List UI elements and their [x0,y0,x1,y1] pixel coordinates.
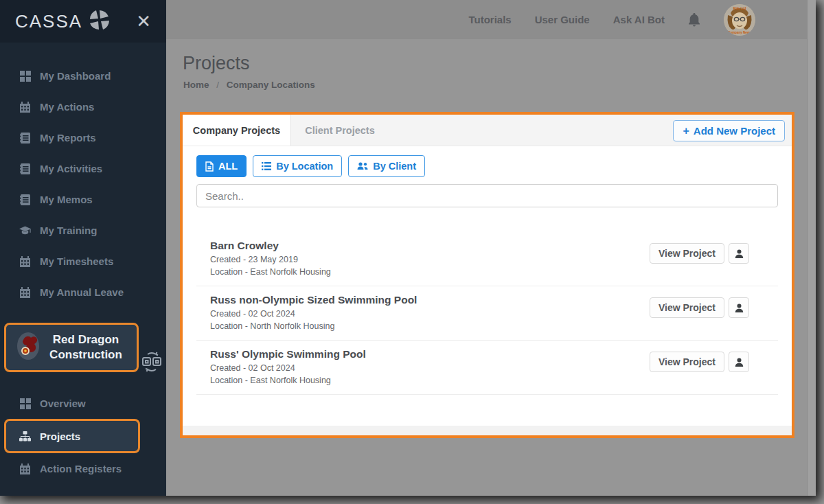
plus-icon: + [683,125,689,137]
sidebar-item-label: My Timesheets [40,255,113,267]
project-user-button[interactable] [729,297,749,318]
users-icon [357,162,368,170]
calendar-icon [19,287,31,298]
person-icon [735,303,744,312]
top-navbar: Tutorials User Guide Ask AI Bot Kiln Ltd [166,0,816,39]
project-created: Created - 02 Oct 2024 [210,363,650,373]
project-info: Russ' Olympic Swimming Pool Created - 02… [210,348,650,385]
switch-company-icon[interactable] [140,350,163,376]
sidebar-item-label: My Reports [40,132,96,144]
sidebar-item-label: Projects [40,431,80,442]
view-project-button[interactable]: View Project [650,297,724,318]
project-name: Russ' Olympic Swimming Pool [210,348,650,360]
project-row: Barn Crowley Created - 23 May 2019 Locat… [196,232,778,286]
breadcrumb: Home / Company Locations [183,80,315,90]
app-window: CASSA ✕ My Dashboard [0,0,816,496]
project-actions: View Project [650,243,749,264]
sidebar-menu: My Dashboard My Actions My Reports My Ac… [0,43,166,308]
projects-card: ALL By Location By Client B [183,146,792,426]
project-actions: View Project [650,297,749,318]
project-name: Russ non-Olympic Sized Swimming Pool [210,294,650,306]
project-name: Barn Crowley [210,240,650,252]
sidebar-item-my-annual-leave[interactable]: My Annual Leave [0,277,166,308]
nav-tutorials[interactable]: Tutorials [468,14,511,25]
graduation-cap-icon [19,226,31,236]
sidebar: CASSA ✕ My Dashboard [0,0,166,496]
add-new-project-button[interactable]: + Add New Project [673,120,785,141]
projects-panel-highlighted: Company Projects Client Projects + Add N… [180,112,794,438]
notifications-bell-icon[interactable] [688,13,700,27]
sidebar-item-my-timesheets[interactable]: My Timesheets [0,246,166,277]
sidebar-item-my-reports[interactable]: My Reports [0,122,166,153]
project-location: Location - East Norfolk Housing [210,376,650,385]
sidebar-logo-bar: CASSA ✕ [0,0,166,43]
page-scrollbar[interactable] [807,0,816,496]
project-list: Barn Crowley Created - 23 May 2019 Locat… [196,232,778,395]
view-project-button[interactable]: View Project [650,243,724,264]
sidebar-item-my-memos[interactable]: My Memos [0,184,166,215]
breadcrumb-home[interactable]: Home [183,80,209,90]
filter-all-button[interactable]: ALL [196,155,247,177]
journal-icon [19,133,31,144]
company-logo [14,329,42,366]
projects-tabbar: Company Projects Client Projects + Add N… [183,115,792,146]
dashboard-grid-icon [19,398,31,409]
sidebar-item-label: My Annual Leave [40,286,124,298]
tab-client-projects[interactable]: Client Projects [291,115,389,146]
sidebar-item-label: My Dashboard [40,70,111,82]
sidebar-item-my-actions[interactable]: My Actions [0,91,166,122]
sidebar-item-action-registers[interactable]: Action Registers [0,453,166,484]
sidebar-item-overview[interactable]: Overview [0,388,166,419]
filter-by-location-button[interactable]: By Location [253,155,342,177]
project-created: Created - 02 Oct 2024 [210,309,650,319]
company-menu: Overview Projects Action Registers [0,388,166,496]
sidebar-item-label: Action Registers [40,463,122,474]
list-icon [262,162,271,170]
project-user-button[interactable] [729,352,749,372]
sitemap-icon [19,431,31,442]
project-actions: View Project [650,352,749,372]
sidebar-item-label: My Activities [40,163,102,174]
company-selector[interactable]: Red Dragon Construction [4,323,139,372]
sidebar-item-projects-active[interactable]: Projects [4,419,140,453]
app-logo-text: CASSA [15,11,82,32]
filter-by-client-button[interactable]: By Client [348,155,425,177]
journal-icon [19,163,31,174]
sidebar-item-label: My Memos [40,194,93,205]
sidebar-item-my-training[interactable]: My Training [0,215,166,246]
sidebar-item-label: My Training [40,225,97,236]
sidebar-close-icon[interactable]: ✕ [136,12,151,30]
pinwheel-logo-icon [88,8,111,34]
calendar-icon [19,463,31,474]
nav-ask-ai-bot[interactable]: Ask AI Bot [613,14,665,25]
project-row: Russ' Olympic Swimming Pool Created - 02… [196,341,778,395]
sidebar-item-clipped[interactable] [0,490,166,496]
project-location: Location - East Norfolk Housing [210,267,650,277]
svg-text:Company News: Company News [728,31,751,34]
dashboard-grid-icon [19,71,31,82]
document-icon [205,161,214,172]
company-section: Red Dragon Construction [0,323,166,372]
svg-text:Kiln Ltd: Kiln Ltd [733,6,746,10]
sidebar-item-label: My Actions [40,101,94,113]
calendar-icon [19,256,31,267]
breadcrumb-separator: / [216,80,219,90]
filter-buttons: ALL By Location By Client [196,155,778,177]
project-row: Russ non-Olympic Sized Swimming Pool Cre… [196,286,778,341]
sidebar-item-label: Overview [40,398,86,409]
user-avatar[interactable]: Kiln Ltd Company News [724,4,755,36]
project-info: Russ non-Olympic Sized Swimming Pool Cre… [210,294,650,331]
tab-company-projects[interactable]: Company Projects [183,115,291,146]
project-created: Created - 23 May 2019 [210,255,650,264]
sidebar-item-my-activities[interactable]: My Activities [0,153,166,184]
project-user-button[interactable] [729,243,749,264]
nav-user-guide[interactable]: User Guide [535,14,590,25]
company-name: Red Dragon Construction [42,332,130,363]
sidebar-item-my-dashboard[interactable]: My Dashboard [0,60,166,91]
journal-icon [19,194,31,205]
breadcrumb-current: Company Locations [227,80,315,90]
main-content: Projects Home / Company Locations Compan… [166,39,816,496]
person-icon [735,249,744,258]
search-input[interactable] [196,184,778,207]
view-project-button[interactable]: View Project [650,352,724,372]
